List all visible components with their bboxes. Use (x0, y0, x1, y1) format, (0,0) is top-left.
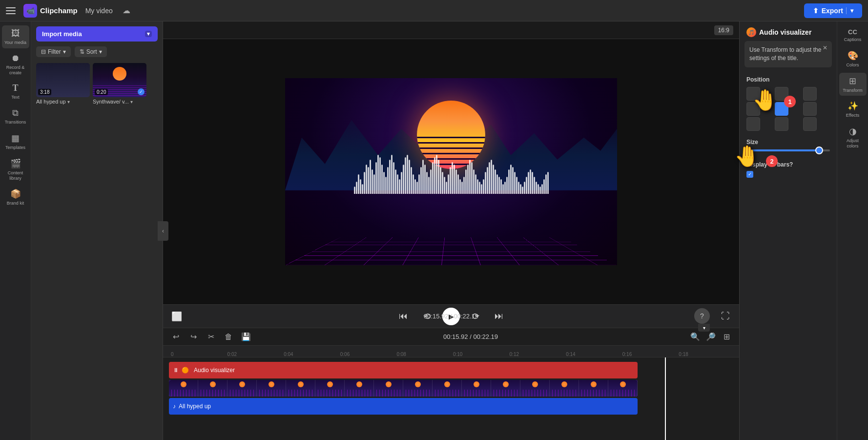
sidebar-item-content-library[interactable]: 🎬 Content library (2, 155, 29, 184)
audio-viz-bar (536, 182, 537, 194)
filter-caret-icon: ▾ (63, 48, 66, 55)
size-section (740, 147, 837, 156)
display-bars-checkbox[interactable]: ✓ (746, 171, 753, 178)
zoom-out-button[interactable]: 🔍 (688, 330, 702, 344)
audio-viz-bar (485, 172, 486, 194)
sidebar-item-templates[interactable]: ▦ Templates (2, 130, 29, 153)
video-frame-thumbnail (608, 380, 638, 397)
video-frame-thumbnail (227, 380, 257, 397)
frame-sun-icon (181, 381, 186, 387)
audio-viz-bar (366, 165, 367, 194)
record-create-icon: ⏺ (11, 53, 20, 63)
import-media-button[interactable]: Import media ▾ (36, 26, 158, 42)
redo-button[interactable]: ↪ (186, 330, 200, 344)
sidebar-right-item-colors[interactable]: 🎨 Colors (839, 47, 867, 71)
media-name: All hyped up ▾ (36, 99, 90, 105)
position-cell[interactable] (775, 117, 788, 131)
sidebar-right-item-captions[interactable]: CC Captions (839, 25, 867, 45)
panel-collapse-button[interactable]: ‹ (158, 221, 168, 241)
undo-button[interactable]: ↩ (169, 330, 183, 344)
audio-visualizer-track[interactable]: ⏸ 🟠 Audio visualizer (169, 362, 638, 378)
video-title[interactable]: My video (85, 7, 113, 15)
audio-viz-bar (502, 184, 504, 194)
audio-viz-bar (436, 155, 437, 194)
transform-label: Transform (843, 88, 863, 93)
screen-icon-button[interactable]: ⬜ (169, 309, 185, 324)
sidebar-item-text[interactable]: T Text (2, 80, 29, 103)
main-content: 🖼 Your media ⏺ Record & create T Text ⧉ … (0, 21, 868, 440)
sidebar-left: 🖼 Your media ⏺ Record & create T Text ⧉ … (0, 21, 31, 440)
export-caret[interactable]: ▾ (846, 7, 853, 14)
ruler-mark: 0:02 (226, 352, 282, 357)
frame-sun-icon (239, 381, 245, 387)
export-button[interactable]: ⬆ Export ▾ (804, 3, 862, 18)
fit-button[interactable]: ⊞ (720, 330, 733, 344)
sidebar-right-item-transform[interactable]: ⊞ Transform (839, 73, 867, 96)
delete-button[interactable]: 🗑 (222, 330, 235, 344)
audio-viz-bar (534, 177, 535, 194)
frame-sun-icon (620, 381, 626, 387)
position-cell[interactable] (803, 102, 817, 116)
position-cell[interactable] (803, 87, 817, 101)
media-item[interactable]: 0:20 ✓ Synthwave/ v... ▾ (93, 63, 146, 105)
audio-viz-bar (444, 177, 445, 194)
sidebar-right-item-adjust-colors[interactable]: ◑ Adjust colors (839, 123, 867, 152)
position-cell[interactable] (775, 87, 788, 101)
video-frame-thumbnail (550, 380, 579, 397)
rewind-button[interactable]: ⏮ (395, 309, 411, 324)
frame-grid-decoration (257, 390, 286, 397)
sidebar-item-brand-kit[interactable]: 📦 Brand kit (2, 186, 29, 209)
timeline-toolbar: ↩ ↪ ✂ 🗑 💾 00:15.92 / 00:22.19 🔍 🔎 ⊞ (163, 328, 739, 346)
chevron-down-icon[interactable]: ▾ (698, 324, 710, 332)
aspect-ratio-badge[interactable]: 16:9 (714, 25, 733, 35)
frame-grid-decoration (579, 390, 608, 397)
size-slider[interactable] (746, 149, 830, 151)
panel-title-text: Audio visualizer (759, 28, 811, 36)
help-button[interactable]: ? (694, 308, 710, 324)
sidebar-item-record-create[interactable]: ⏺ Record & create (2, 50, 29, 79)
audio-viz-bar (454, 165, 455, 194)
media-item[interactable]: 3:18 All hyped up ▾ (36, 63, 90, 105)
filter-button[interactable]: ⊟ Filter ▾ (36, 46, 71, 57)
fullscreen-button[interactable]: ⛶ (718, 309, 733, 324)
audio-viz-bar (541, 184, 543, 194)
video-frame-thumbnail (286, 380, 315, 397)
audio-viz-bar (446, 182, 447, 194)
sort-button[interactable]: ⇅ Sort ▾ (75, 46, 107, 57)
thumb-sun-decoration (113, 67, 126, 81)
sidebar-right-item-effects[interactable]: ✨ Effects (839, 98, 867, 121)
audio-viz-bar (500, 179, 502, 194)
position-cell[interactable] (803, 117, 817, 131)
adjust-colors-icon: ◑ (849, 126, 857, 137)
sidebar-item-transitions[interactable]: ⧉ Transitions (2, 105, 29, 128)
video-track[interactable] (169, 380, 638, 397)
audio-viz-bar (440, 167, 441, 194)
transitions-icon: ⧉ (12, 108, 19, 118)
frame-grid-decoration (286, 390, 315, 397)
sidebar-item-templates-label: Templates (5, 145, 25, 150)
media-check-icon: ▾ (67, 99, 70, 105)
save-button[interactable]: 💾 (239, 330, 253, 344)
tooltip-close-button[interactable]: ✕ (821, 44, 829, 52)
import-caret-icon[interactable]: ▾ (145, 31, 152, 37)
size-slider-thumb[interactable] (815, 147, 823, 154)
position-cell[interactable] (775, 102, 788, 116)
position-cell[interactable] (746, 87, 760, 101)
position-cell[interactable] (746, 117, 760, 131)
cut-button[interactable]: ✂ (204, 330, 218, 344)
frame-grid-decoration (433, 390, 461, 397)
sidebar-item-your-media[interactable]: 🖼 Your media (2, 25, 29, 48)
zoom-in-button[interactable]: 🔎 (704, 330, 718, 344)
position-cell[interactable] (746, 102, 760, 116)
media-check-icon: ▾ (130, 99, 133, 105)
audio-track[interactable]: ♪ All hyped up (169, 398, 638, 415)
audio-viz-bar (395, 169, 396, 194)
sidebar-item-content-library-label: Content library (4, 170, 27, 181)
hamburger-menu[interactable] (6, 5, 18, 17)
audio-viz-bar (407, 155, 408, 194)
audio-viz-bar (547, 172, 549, 194)
audio-viz-bar (518, 182, 519, 194)
fast-forward-button[interactable]: ⏭ (491, 309, 507, 324)
frame-grid-decoration (315, 390, 344, 397)
audio-viz-bar (455, 169, 457, 194)
